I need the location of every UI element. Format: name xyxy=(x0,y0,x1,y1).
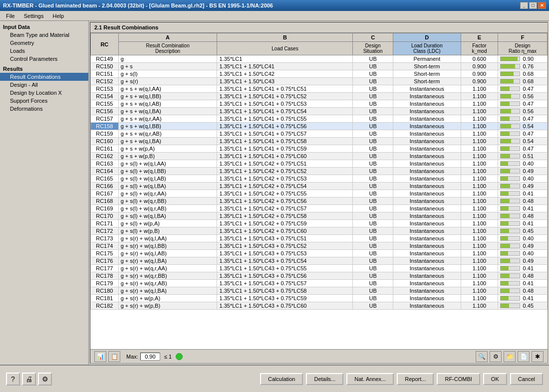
table-cell-ratio: 0.56 xyxy=(498,108,548,115)
table-cell-ratio: 0.49 xyxy=(498,242,548,250)
table-row[interactable]: RC161 xyxy=(91,145,119,153)
maximize-button[interactable]: □ xyxy=(529,2,537,9)
table-row[interactable]: RC156 xyxy=(91,108,119,115)
menu-help[interactable]: Help xyxy=(48,12,68,20)
table-row[interactable]: RC179 xyxy=(91,280,119,287)
toolbar-btn-7[interactable]: ✱ xyxy=(532,351,544,362)
table-row[interactable]: RC164 xyxy=(91,168,119,175)
table-row[interactable]: RC178 xyxy=(91,272,119,280)
table-row[interactable]: RC174 xyxy=(91,242,119,250)
table-cell-ratio: 0.68 xyxy=(498,78,548,85)
table-row[interactable]: RC158 xyxy=(91,123,119,130)
toolbar-btn-3[interactable]: 🔍 xyxy=(476,351,488,362)
table-cell-formula: 1.35*LC1 + 1.50*LC42 + 0.75*LC59 xyxy=(217,220,353,227)
table-row[interactable]: RC169 xyxy=(91,205,119,212)
toolbar-btn-2[interactable]: 📋 xyxy=(108,351,120,362)
table-cell-formula: 1.35*LC1 + 1.50*LC42 + 0.75*LC51 xyxy=(217,160,353,168)
table-cell-ldc: Instantaneous xyxy=(393,168,461,175)
nat-annex-button[interactable]: Nat. Annex... xyxy=(346,373,394,385)
table-cell-ldc: Instantaneous xyxy=(393,145,461,153)
table-row[interactable]: RC180 xyxy=(91,287,119,295)
table-row[interactable]: RC167 xyxy=(91,190,119,197)
sidebar-item-control-params[interactable]: Control Parameters xyxy=(0,55,88,63)
menu-file[interactable]: File xyxy=(2,12,19,20)
table-cell-desc: g xyxy=(118,55,217,63)
settings-button[interactable]: ⚙ xyxy=(38,373,52,386)
ok-button[interactable]: OK xyxy=(483,373,507,385)
sidebar-item-support-forces[interactable]: Support Forces xyxy=(0,97,88,105)
calculation-button[interactable]: Calculation xyxy=(260,373,303,385)
table-row[interactable]: RC152 xyxy=(91,78,119,85)
table-row[interactable]: RC163 xyxy=(91,160,119,168)
minimize-button[interactable]: _ xyxy=(520,2,528,9)
close-button[interactable]: ✕ xyxy=(538,2,546,9)
table-cell-ds: UB xyxy=(353,197,393,205)
table-cell-ds: UB xyxy=(353,212,393,220)
table-row[interactable]: RC165 xyxy=(91,175,119,183)
help-button[interactable]: ? xyxy=(6,373,20,386)
table-row[interactable]: RC155 xyxy=(91,100,119,108)
table-row[interactable]: RC175 xyxy=(91,250,119,257)
sidebar-item-geometry[interactable]: Geometry xyxy=(0,39,88,47)
table-cell-ldc: Instantaneous xyxy=(393,100,461,108)
table-row[interactable]: RC162 xyxy=(91,153,119,160)
table-cell-ldc: Short-term xyxy=(393,78,461,85)
table-cell-formula: 1.35*LC1 + 1.50*LC41 + 0.75*LC58 xyxy=(217,138,353,145)
col-e-header: E xyxy=(461,33,498,42)
rf-combi-button[interactable]: RF-COMBI xyxy=(437,373,480,385)
sidebar-item-loads[interactable]: Loads xyxy=(0,47,88,55)
table-row[interactable]: RC177 xyxy=(91,265,119,272)
table-cell-ds: UB xyxy=(353,287,393,295)
table-cell-ldc: Instantaneous xyxy=(393,227,461,235)
table-row[interactable]: RC151 xyxy=(91,70,119,78)
table-row[interactable]: RC153 xyxy=(91,85,119,93)
table-cell-desc: g + s(l) + w(p,B) xyxy=(118,227,217,235)
table-cell-ldc: Instantaneous xyxy=(393,250,461,257)
table-row[interactable]: RC166 xyxy=(91,183,119,190)
table-cell-ratio: 0.48 xyxy=(498,287,548,295)
table-row[interactable]: RC173 xyxy=(91,235,119,242)
toolbar-btn-4[interactable]: ⚙ xyxy=(490,351,502,362)
table-cell-ratio: 0.41 xyxy=(498,190,548,197)
toolbar-btn-1[interactable]: 📊 xyxy=(94,351,106,362)
details-button[interactable]: Details... xyxy=(306,373,343,385)
table-row[interactable]: RC171 xyxy=(91,220,119,227)
table-cell-ldc: Permanent xyxy=(393,55,461,63)
table-row[interactable]: RC172 xyxy=(91,227,119,235)
toolbar-btn-6[interactable]: 📄 xyxy=(518,351,530,362)
print-button[interactable]: 🖨 xyxy=(22,373,36,386)
table-cell-ldc: Instantaneous xyxy=(393,197,461,205)
menu-settings[interactable]: Settings xyxy=(20,12,48,20)
table-cell-ds: UB xyxy=(353,183,393,190)
sidebar-item-deformations[interactable]: Deformations xyxy=(0,105,88,113)
table-row[interactable]: RC168 xyxy=(91,197,119,205)
action-right: Calculation Details... Nat. Annex... Rep… xyxy=(260,373,543,385)
table-cell-desc: g + s + w(q,r,AA) xyxy=(118,115,217,123)
table-row[interactable]: RC160 xyxy=(91,138,119,145)
table-cell-ldc: Instantaneous xyxy=(393,220,461,227)
sidebar-item-design-all[interactable]: Design - All xyxy=(0,81,88,89)
table-cell-ldc: Instantaneous xyxy=(393,265,461,272)
col-a-subheader: Result CombinationDescription xyxy=(118,42,217,55)
table-row[interactable]: RC159 xyxy=(91,130,119,138)
report-button[interactable]: Report... xyxy=(397,373,434,385)
sidebar-item-result-combinations[interactable]: Result Combinations xyxy=(0,73,88,81)
table-toolbar: 📊 📋 Max: 0.90 ≤ 1 🔍 ⚙ 📁 📄 ✱ xyxy=(90,349,548,363)
table-row[interactable]: RC176 xyxy=(91,257,119,265)
table-row[interactable]: RC150 xyxy=(91,63,119,70)
sidebar-item-beam-type[interactable]: Beam Type and Material xyxy=(0,31,88,39)
cancel-button[interactable]: Cancel xyxy=(510,373,543,385)
table-row[interactable]: RC157 xyxy=(91,115,119,123)
toolbar-btn-5[interactable]: 📁 xyxy=(504,351,516,362)
table-container[interactable]: RC A B C D E F Result CombinationDescrip… xyxy=(90,33,548,349)
sidebar-item-design-by-location[interactable]: Design by Location X xyxy=(0,89,88,97)
table-cell-factor: 1.100 xyxy=(461,205,498,212)
table-row[interactable]: RC149 xyxy=(91,55,119,63)
table-cell-formula: 1.35*LC1 + 1.50*LC43 + 0.75*LC52 xyxy=(217,242,353,250)
table-row[interactable]: RC181 xyxy=(91,295,119,302)
table-cell-desc: g + s(r) + w(q,r,AB) xyxy=(118,280,217,287)
table-row[interactable]: RC170 xyxy=(91,212,119,220)
title-bar: RX-TIMBER - Glued laminated beam - 2.04.… xyxy=(0,0,549,11)
table-row[interactable]: RC154 xyxy=(91,93,119,100)
table-row[interactable]: RC182 xyxy=(91,302,119,310)
